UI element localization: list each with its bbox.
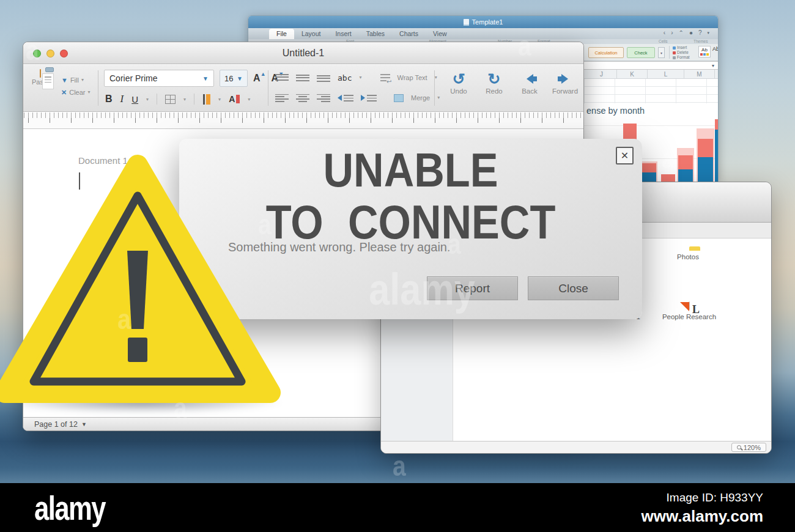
align-right-icon[interactable] bbox=[317, 94, 330, 102]
cell-styles-dropdown[interactable]: ▾ bbox=[658, 47, 665, 58]
image-id-text: Image ID: H933YY bbox=[642, 491, 763, 504]
increase-indent-icon[interactable] bbox=[361, 94, 377, 102]
spreadsheet-titlebar[interactable]: Template1 bbox=[248, 16, 718, 28]
ruler[interactable] bbox=[23, 113, 583, 129]
align-bottom-icon[interactable] bbox=[317, 74, 330, 82]
merge-button[interactable]: Merge bbox=[411, 95, 430, 102]
chevron-down-icon: ▼ bbox=[237, 75, 243, 82]
highlight-icon[interactable] bbox=[202, 94, 210, 105]
strikethrough-button[interactable]: abc bbox=[338, 74, 352, 82]
cell-style-calculation[interactable]: Calculation bbox=[588, 47, 624, 58]
dialog-close-icon[interactable]: ✕ bbox=[616, 147, 634, 164]
align-top-icon[interactable] bbox=[275, 74, 289, 82]
redo-button[interactable]: Redo bbox=[481, 71, 508, 95]
underline-dropdown-icon[interactable]: ▾ bbox=[146, 97, 149, 102]
wrap-text-icon[interactable] bbox=[380, 74, 390, 82]
font-size-select[interactable]: 16▼ bbox=[220, 70, 248, 87]
wrap-text-button[interactable]: Wrap Text bbox=[398, 75, 427, 81]
wrap-text-dropdown-icon[interactable]: ▾ bbox=[435, 75, 437, 80]
more-icon[interactable]: ▾ bbox=[707, 31, 709, 35]
italic-button[interactable]: I bbox=[120, 93, 124, 105]
word-window-title: Untitled-1 bbox=[23, 48, 583, 59]
bold-button[interactable]: B bbox=[105, 94, 113, 105]
merge-icon[interactable] bbox=[394, 94, 404, 102]
collapse-icon[interactable]: ⌃ bbox=[678, 29, 683, 36]
paste-button[interactable]: Paste bbox=[32, 70, 49, 86]
chart-bar bbox=[678, 155, 693, 182]
close-button[interactable]: Close bbox=[528, 276, 619, 300]
column-header-k[interactable]: K bbox=[617, 70, 648, 79]
forward-arrow-icon bbox=[557, 74, 573, 84]
font-color-swatch bbox=[236, 95, 240, 103]
file-item-photos[interactable]: Photos bbox=[659, 249, 717, 260]
back-button[interactable]: Back bbox=[516, 71, 543, 95]
watermark-tile: a bbox=[393, 449, 406, 482]
forward-button[interactable]: Forward bbox=[552, 71, 579, 95]
clear-button[interactable]: ✕ Clear▾ bbox=[61, 86, 91, 98]
file-item-people-research[interactable]: L People Research bbox=[660, 302, 719, 320]
page-count[interactable]: Page 1 of 12 bbox=[34, 420, 78, 429]
align-center-icon[interactable] bbox=[296, 94, 309, 102]
tab-view[interactable]: View bbox=[426, 29, 454, 39]
highlight-dropdown-icon[interactable]: ▾ bbox=[218, 97, 221, 102]
cells-group: Insert Delete Format bbox=[673, 45, 690, 60]
page-dropdown-icon[interactable]: ▼ bbox=[81, 421, 87, 427]
help-icon[interactable]: ? bbox=[698, 29, 702, 36]
underline-button[interactable]: U bbox=[131, 94, 138, 105]
increase-font-size-button[interactable]: A bbox=[253, 73, 266, 84]
warning-triangle-icon bbox=[0, 147, 281, 410]
align-left-icon[interactable] bbox=[275, 94, 289, 102]
theme-fonts-button[interactable]: Ab bbox=[712, 46, 719, 52]
borders-icon[interactable] bbox=[165, 95, 176, 104]
word-titlebar[interactable]: Untitled-1 bbox=[23, 42, 583, 64]
theme-colors-icon bbox=[699, 53, 710, 56]
redo-icon bbox=[481, 71, 508, 87]
alamy-url-text: www.alamy.com bbox=[642, 507, 763, 526]
font-color-dropdown-icon[interactable]: ▾ bbox=[248, 97, 250, 102]
back-arrow-icon bbox=[522, 74, 538, 84]
decrease-indent-icon[interactable] bbox=[338, 94, 353, 102]
themes-button[interactable]: Ab bbox=[698, 46, 711, 57]
nav-back-icon[interactable]: ‹ bbox=[664, 29, 665, 36]
align-middle-icon[interactable] bbox=[296, 74, 309, 82]
tab-tables[interactable]: Tables bbox=[359, 29, 392, 39]
clipboard-icon bbox=[40, 69, 41, 78]
alamy-watermark-bar: alamy Image ID: H933YY www.alamy.com bbox=[0, 483, 795, 532]
file-browser-status-bar: 120% bbox=[381, 441, 771, 453]
undo-button[interactable]: Undo bbox=[445, 71, 472, 95]
chart-bar bbox=[642, 163, 656, 182]
cell-style-check[interactable]: Check bbox=[627, 47, 655, 58]
report-button[interactable]: Report bbox=[427, 276, 518, 300]
spreadsheet-doc-icon bbox=[464, 19, 469, 26]
chart-bar bbox=[715, 119, 719, 182]
column-header-j[interactable]: J bbox=[586, 70, 617, 79]
delete-cells-button[interactable]: Delete bbox=[673, 50, 690, 55]
column-header-l[interactable]: L bbox=[648, 70, 684, 79]
font-color-button[interactable]: A bbox=[229, 94, 240, 104]
spreadsheet-tab-bar: File Layout Insert Tables Charts View ‹ … bbox=[248, 28, 718, 39]
tab-insert[interactable]: Insert bbox=[328, 29, 358, 39]
spreadsheet-window-controls: ‹ › ⌃ ● ? ▾ bbox=[664, 29, 709, 36]
zoom-control[interactable]: 120% bbox=[731, 443, 766, 452]
formula-dropdown-icon[interactable]: ▾ bbox=[712, 63, 714, 68]
borders-dropdown-icon[interactable]: ▾ bbox=[183, 97, 186, 102]
fill-icon: ▼ bbox=[61, 74, 68, 86]
tab-charts[interactable]: Charts bbox=[392, 29, 426, 39]
tab-layout[interactable]: Layout bbox=[294, 29, 328, 39]
fill-button[interactable]: ▼ Fill▾ bbox=[61, 74, 91, 86]
font-family-select[interactable]: Corier Prime▼ bbox=[104, 70, 214, 87]
document-l-icon: L bbox=[689, 301, 690, 310]
strikethrough-dropdown-icon[interactable]: ▾ bbox=[359, 75, 361, 80]
nav-forward-icon[interactable]: › bbox=[671, 29, 673, 36]
insert-cells-button[interactable]: Insert bbox=[673, 45, 690, 50]
zoom-level: 120% bbox=[744, 444, 761, 451]
chart-bar bbox=[661, 174, 675, 182]
clear-icon: ✕ bbox=[61, 86, 67, 98]
undo-icon bbox=[445, 71, 472, 87]
tab-file[interactable]: File bbox=[269, 29, 294, 39]
format-cells-button[interactable]: Format bbox=[673, 55, 690, 60]
merge-dropdown-icon[interactable]: ▾ bbox=[437, 95, 440, 100]
record-icon[interactable]: ● bbox=[689, 29, 693, 36]
chart-gridline bbox=[575, 125, 718, 126]
column-header-m[interactable]: M bbox=[684, 70, 715, 79]
